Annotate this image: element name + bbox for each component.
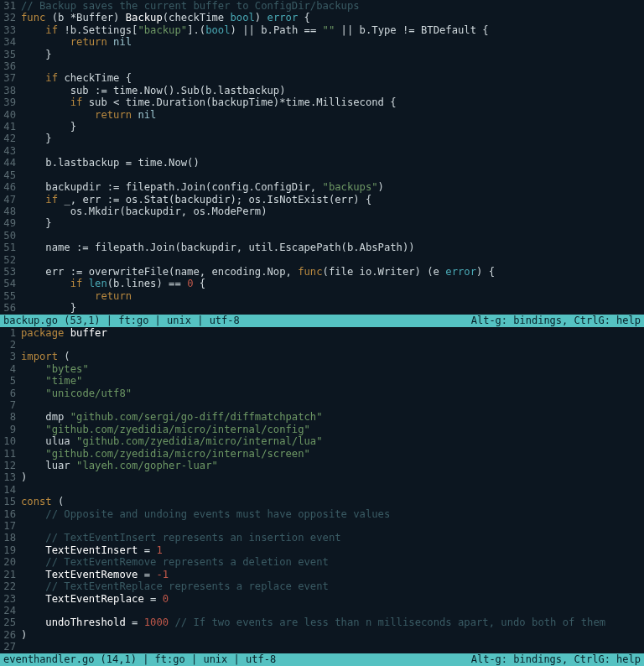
code-content[interactable] xyxy=(21,60,644,72)
code-line[interactable]: 16 // Opposite and undoing events must h… xyxy=(0,508,644,520)
code-content[interactable]: // TextEventRemove represents a deletion… xyxy=(21,556,644,568)
code-content[interactable]: b.lastbackup = time.Now() xyxy=(21,157,644,169)
code-content[interactable]: const ( xyxy=(21,496,644,507)
code-content[interactable]: backupdir := filepath.Join(config.Config… xyxy=(21,181,644,193)
code-content[interactable]: sub := time.Now().Sub(b.lastbackup) xyxy=(21,85,644,96)
code-content[interactable]: } xyxy=(21,121,644,133)
code-content[interactable]: } xyxy=(21,49,644,60)
code-line[interactable]: 49 } xyxy=(0,217,644,229)
code-line[interactable]: 17 xyxy=(0,520,644,532)
code-content[interactable]: "github.com/zyedidia/micro/internal/conf… xyxy=(21,424,644,435)
code-content[interactable]: if sub < time.Duration(backupTime)*time.… xyxy=(21,96,644,108)
code-content[interactable]: // Opposite and undoing events must have… xyxy=(21,508,644,520)
code-line[interactable]: 9 "github.com/zyedidia/micro/internal/co… xyxy=(0,424,644,435)
code-content[interactable]: // Backup saves the current buffer to Co… xyxy=(21,0,644,12)
code-line[interactable]: 45 xyxy=(0,169,644,181)
code-line[interactable]: 53 err := overwriteFile(name, encoding.N… xyxy=(0,266,644,278)
code-content[interactable]: func (b *Buffer) Backup(checkTime bool) … xyxy=(21,12,644,23)
code-line[interactable]: 41 } xyxy=(0,121,644,133)
code-content[interactable] xyxy=(21,230,644,242)
code-content[interactable]: } xyxy=(21,302,644,314)
code-content[interactable]: if checkTime { xyxy=(21,72,644,84)
code-line[interactable]: 10 ulua "github.com/zyedidia/micro/inter… xyxy=(0,435,644,447)
code-line[interactable]: 33 if !b.Settings["backup"].(bool) || b.… xyxy=(0,24,644,36)
code-content[interactable] xyxy=(21,605,644,617)
code-content[interactable]: TextEventInsert = 1 xyxy=(21,544,644,556)
code-content[interactable]: name := filepath.Join(backupdir, util.Es… xyxy=(21,242,644,253)
code-content[interactable]: TextEventRemove = -1 xyxy=(21,569,644,580)
code-line[interactable]: 18 // TextEventInsert represents an inse… xyxy=(0,532,644,544)
code-line[interactable]: 52 xyxy=(0,254,644,266)
code-content[interactable]: "github.com/zyedidia/micro/internal/scre… xyxy=(21,448,644,460)
code-line[interactable]: 26) xyxy=(0,629,644,641)
code-line[interactable]: 4 "bytes" xyxy=(0,363,644,375)
code-line[interactable]: 54 if len(b.lines) == 0 { xyxy=(0,278,644,289)
code-line[interactable]: 11 "github.com/zyedidia/micro/internal/s… xyxy=(0,448,644,460)
code-line[interactable]: 6 "unicode/utf8" xyxy=(0,388,644,399)
code-content[interactable] xyxy=(21,339,644,351)
code-content[interactable]: return nil xyxy=(21,36,644,48)
code-content[interactable]: undoThreshold = 1000 // If two events ar… xyxy=(21,617,644,628)
code-content[interactable] xyxy=(21,169,644,181)
code-content[interactable]: err := overwriteFile(name, encoding.Nop,… xyxy=(21,266,644,278)
code-line[interactable]: 44 b.lastbackup = time.Now() xyxy=(0,157,644,169)
code-line[interactable]: 23 TextEventReplace = 0 xyxy=(0,593,644,605)
code-line[interactable]: 55 return xyxy=(0,290,644,302)
code-content[interactable]: import ( xyxy=(21,351,644,362)
code-content[interactable]: } xyxy=(21,217,644,229)
code-content[interactable]: "time" xyxy=(21,375,644,387)
code-line[interactable]: 27 xyxy=(0,641,644,653)
code-line[interactable]: 36 xyxy=(0,60,644,72)
code-line[interactable]: 2 xyxy=(0,339,644,351)
code-line[interactable]: 34 return nil xyxy=(0,36,644,48)
code-line[interactable]: 3import ( xyxy=(0,351,644,362)
code-content[interactable]: return nil xyxy=(21,109,644,121)
code-content[interactable]: if !b.Settings["backup"].(bool) || b.Pat… xyxy=(21,24,644,36)
code-content[interactable] xyxy=(21,641,644,653)
code-content[interactable]: if len(b.lines) == 0 { xyxy=(21,278,644,289)
code-line[interactable]: 42 } xyxy=(0,133,644,144)
code-content[interactable]: os.Mkdir(backupdir, os.ModePerm) xyxy=(21,206,644,217)
code-line[interactable]: 38 sub := time.Now().Sub(b.lastbackup) xyxy=(0,85,644,96)
code-line[interactable]: 47 if _, err := os.Stat(backupdir); os.I… xyxy=(0,194,644,206)
code-line[interactable]: 7 xyxy=(0,399,644,411)
code-content[interactable]: // TextEventReplace represents a replace… xyxy=(21,580,644,592)
code-content[interactable] xyxy=(21,254,644,266)
code-content[interactable] xyxy=(21,484,644,496)
code-content[interactable]: "bytes" xyxy=(21,363,644,375)
code-line[interactable]: 31// Backup saves the current buffer to … xyxy=(0,0,644,12)
code-content[interactable]: dmp "github.com/sergi/go-diff/diffmatchp… xyxy=(21,411,644,423)
code-content[interactable]: ulua "github.com/zyedidia/micro/internal… xyxy=(21,435,644,447)
code-line[interactable]: 46 backupdir := filepath.Join(config.Con… xyxy=(0,181,644,193)
code-line[interactable]: 48 os.Mkdir(backupdir, os.ModePerm) xyxy=(0,206,644,217)
code-line[interactable]: 8 dmp "github.com/sergi/go-diff/diffmatc… xyxy=(0,411,644,423)
code-content[interactable]: package buffer xyxy=(21,327,644,339)
code-content[interactable] xyxy=(21,145,644,157)
code-line[interactable]: 32func (b *Buffer) Backup(checkTime bool… xyxy=(0,12,644,23)
code-line[interactable]: 13) xyxy=(0,471,644,483)
code-line[interactable]: 35 } xyxy=(0,49,644,60)
code-content[interactable] xyxy=(21,399,644,411)
editor-pane-top[interactable]: 31// Backup saves the current buffer to … xyxy=(0,0,644,315)
code-content[interactable]: } xyxy=(21,133,644,144)
code-content[interactable]: // TextEventInsert represents an inserti… xyxy=(21,532,644,544)
code-line[interactable]: 43 xyxy=(0,145,644,157)
code-line[interactable]: 50 xyxy=(0,230,644,242)
code-line[interactable]: 21 TextEventRemove = -1 xyxy=(0,569,644,580)
editor-pane-bottom[interactable]: 1package buffer23import (4 "bytes"5 "tim… xyxy=(0,327,644,653)
code-line[interactable]: 19 TextEventInsert = 1 xyxy=(0,544,644,556)
code-content[interactable] xyxy=(21,520,644,532)
code-content[interactable]: ) xyxy=(21,471,644,483)
code-line[interactable]: 15const ( xyxy=(0,496,644,507)
code-content[interactable]: TextEventReplace = 0 xyxy=(21,593,644,605)
code-line[interactable]: 12 luar "layeh.com/gopher-luar" xyxy=(0,460,644,471)
code-line[interactable]: 1package buffer xyxy=(0,327,644,339)
code-content[interactable]: luar "layeh.com/gopher-luar" xyxy=(21,460,644,471)
code-content[interactable]: ) xyxy=(21,629,644,641)
code-content[interactable]: return xyxy=(21,290,644,302)
code-line[interactable]: 14 xyxy=(0,484,644,496)
code-line[interactable]: 56 } xyxy=(0,302,644,314)
code-content[interactable]: if _, err := os.Stat(backupdir); os.IsNo… xyxy=(21,194,644,206)
code-line[interactable]: 37 if checkTime { xyxy=(0,72,644,84)
code-content[interactable]: "unicode/utf8" xyxy=(21,388,644,399)
